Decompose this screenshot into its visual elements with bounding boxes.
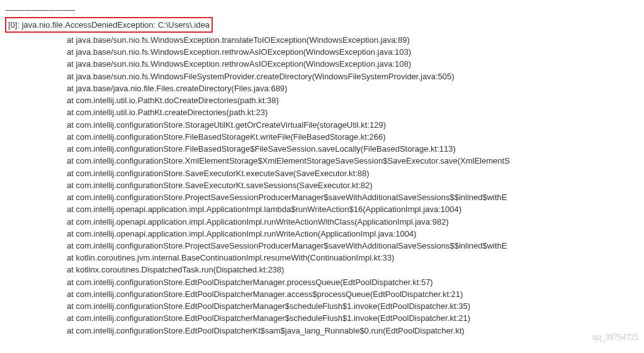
stack-frame: at com.intellij.configurationStore.Proje… bbox=[5, 191, 639, 203]
exception-message: [0]: java.nio.file.AccessDeniedException… bbox=[5, 17, 213, 33]
stack-frame: at com.intellij.configurationStore.Proje… bbox=[5, 240, 639, 252]
stack-frame: at com.intellij.openapi.application.impl… bbox=[5, 216, 639, 228]
stack-frame: at java.base/sun.nio.fs.WindowsException… bbox=[5, 58, 639, 70]
stack-frame: at com.intellij.configurationStore.SaveE… bbox=[5, 167, 639, 179]
stack-frame: at com.intellij.configurationStore.EdtPo… bbox=[5, 276, 639, 288]
stack-frame: at com.intellij.configurationStore.FileB… bbox=[5, 131, 639, 143]
stack-frame: at com.intellij.configurationStore.EdtPo… bbox=[5, 300, 639, 312]
stack-frame: at java.base/sun.nio.fs.WindowsFileSyste… bbox=[5, 70, 639, 82]
stack-frame: at com.intellij.configurationStore.FileB… bbox=[5, 143, 639, 155]
stack-frame: at kotlinx.coroutines.DispatchedTask.run… bbox=[5, 264, 639, 276]
separator-line: ----------------------------- bbox=[5, 4, 639, 16]
stack-frame: at com.intellij.util.io.PathKt.createDir… bbox=[5, 106, 639, 118]
stack-frame: at com.intellij.configurationStore.EdtPo… bbox=[5, 325, 639, 337]
stack-frame: at java.base/java.nio.file.Files.createD… bbox=[5, 82, 639, 94]
stack-trace-panel: ----------------------------- [0]: java.… bbox=[0, 0, 644, 340]
stack-frame: at java.base/sun.nio.fs.WindowsException… bbox=[5, 46, 639, 58]
stack-frame: at com.intellij.configurationStore.EdtPo… bbox=[5, 288, 639, 300]
stack-frame: at com.intellij.openapi.application.impl… bbox=[5, 228, 639, 240]
stack-trace-lines: at java.base/sun.nio.fs.WindowsException… bbox=[5, 34, 639, 337]
stack-frame: at com.intellij.configurationStore.EdtPo… bbox=[5, 312, 639, 324]
stack-frame: at com.intellij.util.io.PathKt.doCreateD… bbox=[5, 94, 639, 106]
stack-frame: at kotlin.coroutines.jvm.internal.BaseCo… bbox=[5, 252, 639, 264]
stack-frame: at java.base/sun.nio.fs.WindowsException… bbox=[5, 34, 639, 46]
stack-frame: at com.intellij.configurationStore.SaveE… bbox=[5, 179, 639, 191]
stack-frame: at com.intellij.configurationStore.Stora… bbox=[5, 119, 639, 131]
stack-frame: at com.intellij.openapi.application.impl… bbox=[5, 203, 639, 215]
stack-frame: at com.intellij.configurationStore.XmlEl… bbox=[5, 155, 639, 167]
